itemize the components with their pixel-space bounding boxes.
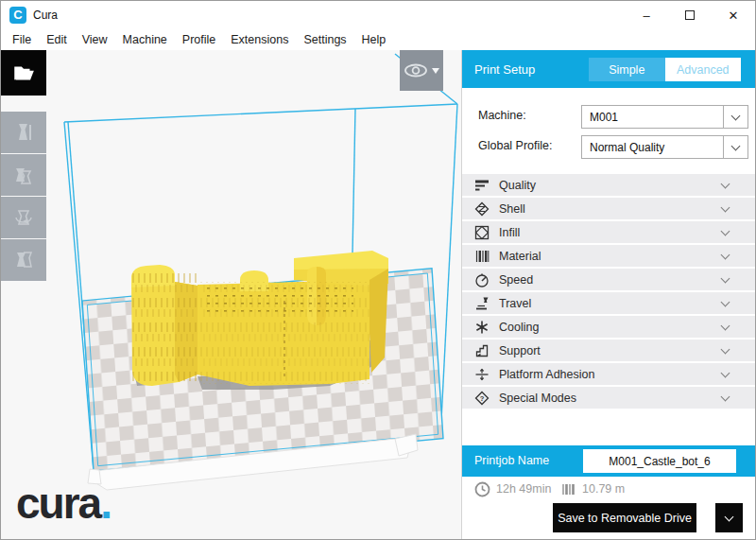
print-setup-panel: Print Setup Simple Advanced Machine: M00… [461, 50, 756, 540]
print-time-estimate: 12h 49min [496, 482, 551, 496]
chevron-down-icon [721, 321, 730, 330]
mirror-tool-button[interactable] [1, 239, 46, 281]
close-button[interactable]: ✕ [712, 1, 755, 29]
menu-file[interactable]: File [5, 31, 39, 48]
chevron-down-icon [432, 68, 439, 74]
window-title: Cura [33, 9, 58, 22]
global-profile-label: Global Profile: [478, 139, 553, 152]
rotate-tool-icon [12, 206, 35, 229]
tab-advanced[interactable]: Advanced [665, 58, 742, 81]
maximize-icon [685, 10, 695, 20]
printjob-name-input[interactable] [583, 449, 736, 473]
chevron-down-icon [721, 273, 730, 283]
chevron-down-icon [721, 368, 730, 377]
section-material[interactable]: Material [462, 245, 756, 267]
menu-profile[interactable]: Profile [175, 31, 223, 48]
travel-icon [474, 296, 490, 311]
machine-select[interactable]: M001 [581, 105, 748, 129]
cura-watermark: cura. [16, 478, 111, 529]
chevron-down-icon [725, 512, 734, 521]
cura-logo-icon: C [9, 7, 26, 24]
clock-icon [474, 481, 490, 497]
section-support[interactable]: Support [462, 340, 756, 361]
open-file-button[interactable] [1, 50, 46, 96]
viewport-3d [1, 50, 461, 540]
chevron-down-icon [721, 226, 730, 235]
menu-machine[interactable]: Machine [115, 31, 175, 48]
mirror-tool-icon [12, 249, 35, 271]
menu-extensions[interactable]: Extensions [223, 31, 296, 48]
section-speed[interactable]: Speed [462, 269, 756, 290]
print-estimates: 12h 49min 10.79 m [462, 481, 756, 500]
section-shell[interactable]: Shell [462, 198, 756, 219]
move-tool-button[interactable] [1, 112, 46, 153]
minimize-button[interactable]: – [625, 1, 668, 29]
menu-settings[interactable]: Settings [296, 31, 353, 48]
material-estimate: 10.79 m [582, 482, 625, 496]
section-infill[interactable]: Infill [462, 221, 756, 243]
section-cooling[interactable]: Cooling [462, 316, 756, 338]
main-content: cura. Print Setup Simple Advanced Machin… [1, 50, 756, 540]
support-icon [474, 343, 490, 358]
section-travel[interactable]: Travel [462, 292, 756, 314]
menu-edit[interactable]: Edit [39, 31, 75, 48]
infill-icon [474, 225, 490, 240]
quality-icon [474, 178, 490, 193]
cooling-icon [474, 320, 490, 335]
platform-adhesion-icon [474, 367, 490, 382]
section-quality[interactable]: Quality [462, 174, 756, 196]
chevron-down-icon [723, 136, 747, 158]
shell-icon [474, 201, 490, 217]
menu-help[interactable]: Help [354, 31, 394, 48]
menu-view[interactable]: View [75, 31, 115, 48]
view-mode-button[interactable] [400, 50, 443, 91]
print-setup-header: Print Setup Simple Advanced [462, 50, 756, 88]
special-modes-icon: ? [474, 391, 490, 406]
printjob-bar: Printjob Name [462, 445, 756, 477]
save-to-removable-drive-button[interactable]: Save to Removable Drive [553, 503, 696, 532]
chevron-down-icon [721, 392, 730, 401]
menu-bar: File Edit View Machine Profile Extension… [1, 29, 755, 50]
material-icon [474, 249, 490, 264]
chevron-down-icon [721, 250, 730, 259]
settings-sections: Quality Shell Infill Material Speed [462, 174, 756, 410]
save-options-button[interactable] [715, 503, 743, 532]
svg-text:?: ? [480, 393, 485, 402]
chevron-down-icon [721, 344, 730, 354]
machine-value: M001 [582, 111, 723, 124]
move-tool-icon [12, 121, 35, 144]
eye-icon [404, 62, 429, 78]
open-file-icon [11, 61, 36, 85]
chevron-down-icon [721, 179, 730, 188]
cura-window: C Cura – ✕ File Edit View Machine Profil… [0, 0, 756, 540]
title-bar: C Cura – ✕ [1, 1, 755, 29]
global-profile-select[interactable]: Normal Quality [581, 135, 748, 159]
section-special-modes[interactable]: ? Special Modes [462, 387, 756, 409]
print-setup-title: Print Setup [474, 62, 535, 77]
machine-label: Machine: [478, 109, 526, 122]
rotate-tool-button[interactable] [1, 197, 46, 238]
chevron-down-icon [721, 297, 730, 306]
filament-icon [560, 481, 576, 497]
speed-icon [474, 272, 490, 287]
mode-toggle: Simple Advanced [589, 58, 741, 81]
printjob-name-label: Printjob Name [474, 454, 549, 467]
chevron-down-icon [723, 106, 747, 128]
chevron-down-icon [721, 202, 730, 212]
scale-tool-icon [12, 164, 35, 186]
global-profile-value: Normal Quality [582, 141, 723, 154]
scale-tool-button[interactable] [1, 154, 46, 196]
tab-simple[interactable]: Simple [589, 58, 665, 81]
maximize-button[interactable] [668, 1, 712, 29]
section-platform-adhesion[interactable]: Platform Adhesion [462, 363, 756, 385]
